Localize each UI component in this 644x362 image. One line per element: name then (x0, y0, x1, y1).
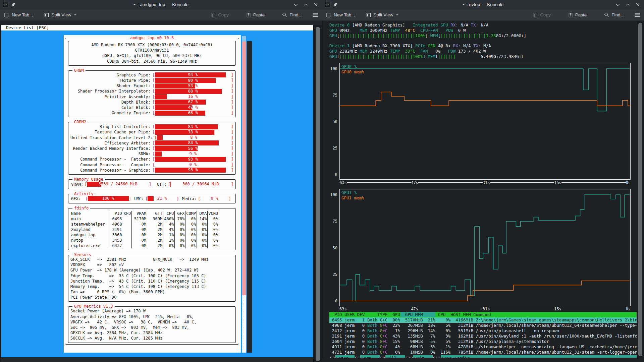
copy-icon (211, 12, 216, 17)
usage-bar: 9 %9 % (155, 152, 231, 157)
amdgpu-statusbar[interactable]: Device List [ESC] (1, 25, 313, 31)
split-view-icon (44, 12, 49, 18)
series-line (340, 69, 630, 111)
usage-bar: 100 %100 % (88, 196, 129, 201)
copy-icon (533, 12, 538, 17)
paste-button[interactable]: Paste (246, 12, 265, 17)
process-row[interactable]: 2412 jerm 0 Both G+C 1% 296MiB 14% 0% 55… (329, 328, 637, 334)
y-tick: 25 (333, 272, 337, 277)
copy-button[interactable]: Copy (533, 12, 551, 17)
titlebar[interactable]: > ~ : nvtop — Konsole (322, 0, 644, 9)
function-key-bar: F2SetupF6SortF9KillF10QuitF12Save Config (329, 355, 637, 358)
pin-icon[interactable] (11, 2, 16, 7)
x-tick: 0s (626, 306, 631, 312)
split-view-button[interactable]: Split View (366, 12, 398, 18)
fkey-f9[interactable]: F9 (380, 355, 385, 358)
process-row[interactable]: 2191 jerm 0 Both G+C 43% 135MiB 7% 3% 16… (329, 334, 637, 339)
process-row[interactable]: 4911 jerm 0 Both G+C 4% 68MiB 3% 1% 478M… (329, 344, 637, 350)
split-view-button[interactable]: Split View (44, 12, 76, 18)
maximize-button[interactable] (304, 3, 308, 7)
konsole-scrollbar[interactable] (637, 21, 644, 358)
process-row[interactable]: 6495 jerm 1 Both G+C 80% 5170MiB 21% 0% … (329, 317, 637, 323)
chevron-down-icon (395, 14, 398, 16)
gpu1-graph: GPU1 % GPU1 mem% 1007550250 63s 47s 31s … (339, 189, 631, 312)
usage-bar: 88 %88 % (155, 89, 231, 94)
maximize-button[interactable] (626, 3, 630, 7)
sensors-box: Sensors GFX_SCLK => 2381 MHz GFX_MCLK =>… (68, 255, 236, 302)
pin-icon[interactable] (333, 2, 338, 7)
konsole-scrollbar[interactable] (313, 25, 322, 362)
fdinfo-box: fdinfo NamePIDKFDVRAMGTTCPUGFXCOMPDMAVCN… (68, 208, 236, 250)
menu-button[interactable] (312, 13, 318, 17)
paste-button[interactable]: Paste (568, 12, 587, 17)
new-tab-button[interactable]: New Tab (326, 12, 356, 18)
process-row[interactable]: 4731 jerm 0 Both G+C 0% 10MiB 0% 116% 78… (329, 350, 637, 355)
activity-box: Activity GFX:[100 %100 %] UMC:[21 %21 %]… (68, 194, 236, 203)
close-button[interactable] (636, 3, 640, 7)
activity-title: Activity (72, 191, 95, 196)
table-row: amdgpu_top33600M2M1%0%0%0%0% (70, 232, 219, 238)
copy-label: Copy (218, 12, 229, 17)
bar-row: Texture Pipe:[80 %80 %] (70, 78, 233, 83)
fkey-label[interactable]: Kill (385, 355, 405, 358)
terminal-line: GPU[|||||||||||||||||||||||||||||100%] M… (329, 54, 637, 59)
find-button[interactable]: Find… (604, 12, 625, 17)
find-button[interactable]: Find… (282, 12, 303, 17)
new-tab-button[interactable]: New Tab (4, 12, 34, 18)
table-row: nvtop34530M2M2%0%0%0%0% (70, 238, 219, 243)
minimize-button[interactable] (615, 3, 620, 7)
tui-scrollbar-track[interactable] (242, 42, 246, 295)
table-row: steamwebhelper49680M2M4%0%0%0%0% (70, 222, 219, 227)
bar-row: Shader Export:[53 %53 %] (70, 83, 233, 88)
fkey-f10[interactable]: F10 (405, 355, 413, 358)
titlebar[interactable]: > ~ : amdgpu_top — Konsole (0, 0, 322, 9)
bar-row: Command Processor - Graphics:[93 %93 %] (70, 168, 233, 173)
konsole-scrollbar-thumb[interactable] (638, 23, 642, 356)
text-line: Memory Temp. => 54 C (Crit. 108 C) (Emer… (70, 284, 233, 289)
usage-bar: 66 %66 % (155, 111, 231, 116)
gpu-metrics-title: GPU Metrics v1.3 (72, 304, 115, 309)
x-tick: 47s (411, 180, 418, 185)
paste-label: Paste (575, 12, 587, 17)
gpu1-mem-series-label: GPU1 mem% (341, 195, 364, 201)
x-tick: 63s (339, 306, 347, 312)
text-line: SOCCLK => Avg. N/A MHz, Cur. 1285 MHz (70, 336, 233, 341)
fkey-f12[interactable]: F12 (433, 355, 441, 358)
bar-row: Primitive Assembly:[16 %16 %] (70, 94, 233, 100)
fkey-label[interactable]: Setup (335, 355, 355, 358)
terminal-line: GPU 2382MHz MEM 1249MHz TEMP 33°C FAN 0%… (329, 49, 637, 54)
new-tab-label: New Tab (334, 12, 351, 17)
text-line: GFXCLK => Avg. 2384 MHz, Cur. 2384 MHz (70, 330, 233, 336)
tui-scrollbar-thumb[interactable] (242, 36, 246, 42)
window-title: ~ : amdgpu_top — Konsole (0, 2, 322, 7)
text-line: AMD Radeon RX 7900 XTX (0000:03:00.0, 0x… (70, 42, 233, 48)
bar-row: Command Processor - Compute:[0 %0 %] (70, 162, 233, 168)
fkey-label[interactable]: Save Config (441, 355, 471, 358)
process-row[interactable]: 4968 jerm 0 Both G+C 22% 367MiB 18% 5% 3… (329, 323, 637, 328)
terminal-line: GPU 0MHz MEM 3000MHz TEMP 48°C CPU-FAN P… (329, 28, 637, 33)
amdgpu-top-panel: amdgpu_top v0.10.5 AMD Radeon RX 7900 XT… (64, 35, 241, 353)
y-tick: 0 (335, 172, 337, 177)
search-icon (282, 12, 287, 17)
menu-button[interactable] (634, 13, 640, 17)
grbm2-box: GRBM2 Ring List Controller:[83 %83 %]Tex… (68, 122, 236, 175)
fkey-f6[interactable]: F6 (355, 355, 360, 358)
new-tab-label: New Tab (12, 12, 29, 17)
process-row[interactable]: 3604 jerm 0 Both G+C 15% 98MiB 5% 5% 312… (329, 339, 637, 344)
y-tick: 50 (333, 119, 337, 124)
memory-usage-row: VRAM:[5539 / 24560 MiB5539 / 24560 MiB] … (70, 181, 233, 187)
minimize-button[interactable] (293, 3, 298, 7)
close-button[interactable] (314, 3, 318, 7)
konsole-scrollbar-thumb[interactable] (316, 27, 320, 361)
usage-bar: 360 / 30964 MiB360 / 30964 MiB (170, 182, 231, 187)
table-row: main64955170M309M460%78%0%14%0% (70, 216, 219, 222)
fkey-label[interactable]: Sort (360, 355, 380, 358)
copy-button[interactable]: Copy (211, 12, 229, 17)
nvtop-content: Device 0 [AMD Radeon Graphics] Integrate… (323, 21, 637, 358)
bar-row: Graphics Pipe:[93 %93 %] (70, 72, 233, 78)
konsole-window-amdgpu-top: > ~ : amdgpu_top — Konsole New Tab Split… (0, 0, 322, 362)
text-line: SoC => 905 mV, GFX => 803 mV, Mem => 803… (70, 325, 233, 330)
fkey-label[interactable]: Quit (413, 355, 433, 358)
gpu1-x-axis: 63s 47s 31s 15s 0s (339, 306, 631, 312)
fkey-f2[interactable]: F2 (329, 355, 335, 358)
